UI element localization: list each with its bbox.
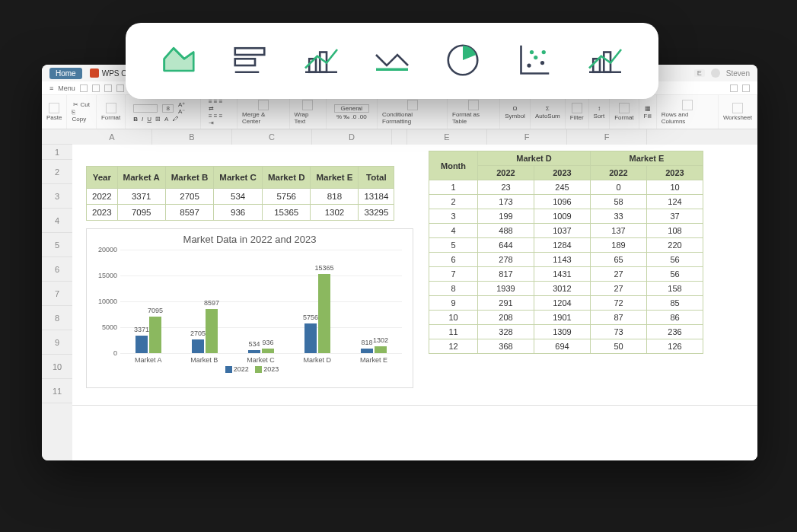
row-header[interactable]: 7 [42, 282, 72, 306]
table-header: Year [87, 167, 118, 189]
bar-group: 534936 [248, 349, 274, 353]
table-row[interactable]: 2173109658124 [429, 195, 703, 209]
row-header[interactable]: 2 [42, 160, 72, 184]
fmt-table-icon[interactable] [468, 100, 479, 110]
x-label: Market C [247, 356, 275, 364]
combo-chart-icon[interactable] [300, 39, 343, 83]
bar-group: 8181302 [361, 346, 387, 353]
new-icon[interactable] [80, 84, 88, 92]
tab-home[interactable]: Home [49, 68, 82, 79]
x-label: Market B [190, 356, 218, 364]
rows-cols-icon[interactable] [682, 100, 693, 110]
bar[interactable]: 818 [361, 349, 373, 353]
row-header[interactable]: 4 [42, 209, 72, 233]
row-header[interactable]: 10 [42, 355, 72, 379]
table-row[interactable]: 202233712705534575681813184 [87, 189, 394, 205]
table-header: 2022 [478, 166, 534, 180]
bar-chart[interactable]: Market Data in 2022 and 2023 05000100001… [86, 228, 413, 388]
svg-point-6 [534, 56, 537, 59]
table-row[interactable]: 781714312756 [429, 267, 703, 282]
combo-chart-2-icon[interactable] [584, 39, 626, 83]
table-row[interactable]: 11328130973236 [429, 325, 703, 339]
underline-button[interactable]: U [147, 116, 151, 123]
bar[interactable]: 7095 [149, 317, 161, 353]
tab-wps[interactable]: WPS O [90, 68, 127, 78]
col-header[interactable] [392, 129, 407, 145]
share-icon[interactable] [730, 84, 738, 92]
table-row[interactable]: 1020819018786 [429, 311, 703, 325]
table-row[interactable]: 56441284189220 [429, 238, 703, 253]
spreadsheet-window: Home WPS O E Steven ≡ Menu Paste ✂ Cut ⎘… [42, 65, 757, 460]
table-header: Market C [214, 167, 263, 189]
save-icon[interactable] [104, 84, 112, 92]
col-header[interactable]: F [487, 129, 567, 145]
italic-button[interactable]: I [142, 116, 143, 123]
merge-icon[interactable] [258, 100, 269, 110]
pie-chart-icon[interactable] [442, 39, 484, 83]
svg-point-7 [540, 61, 544, 65]
format2-icon[interactable] [619, 103, 630, 113]
table-header: 2022 [591, 166, 647, 180]
table-row[interactable]: 929112047285 [429, 296, 703, 311]
row-header[interactable]: 5 [42, 233, 72, 257]
row-header[interactable]: 3 [42, 184, 72, 209]
x-label: Market E [360, 356, 387, 364]
col-header[interactable]: D [312, 129, 392, 145]
bar[interactable]: 15365 [318, 274, 330, 353]
worksheet-label: Worksheet [723, 114, 752, 121]
bar[interactable]: 3371 [135, 336, 148, 353]
fmt-table-label: Format as Table [452, 111, 495, 125]
bold-button[interactable]: B [133, 116, 138, 123]
table-row[interactable]: 319910093337 [429, 209, 703, 224]
col-header[interactable]: A [72, 129, 152, 145]
symbol-label: Symbol [505, 113, 525, 119]
settings-icon[interactable] [742, 84, 750, 92]
table-row[interactable]: 44881037137108 [429, 224, 703, 238]
format-painter-icon[interactable] [106, 103, 116, 113]
bar[interactable]: 534 [248, 350, 260, 353]
row-header[interactable]: 9 [42, 330, 72, 355]
table-header: Total [359, 167, 394, 189]
copy-button[interactable]: ⎘ Copy [72, 109, 91, 123]
monthly-table[interactable]: Month Market D Market E 2022202320222023… [429, 151, 703, 354]
svg-point-5 [527, 63, 531, 67]
col-header[interactable]: C [232, 129, 312, 145]
yearly-table[interactable]: YearMarket AMarket BMarket CMarket DMark… [86, 166, 394, 221]
row-header[interactable]: 1 [42, 145, 72, 160]
cond-fmt-icon[interactable] [407, 100, 418, 110]
x-label: Market D [304, 356, 332, 364]
row-header[interactable]: 6 [42, 257, 72, 282]
bar[interactable]: 8597 [206, 309, 218, 353]
horizontal-bar-chart-icon[interactable] [228, 39, 271, 83]
bar[interactable]: 5756 [304, 323, 317, 353]
bar[interactable]: 936 [262, 349, 274, 353]
svg-point-9 [541, 50, 545, 54]
row-header[interactable]: 8 [42, 306, 72, 330]
align-group: ≡ ≡ ≡ ⇄ ≡ ≡ ≡ ⇥ [201, 95, 238, 129]
col-header[interactable]: B [152, 129, 232, 145]
avatar-icon[interactable] [711, 68, 720, 78]
bar[interactable]: 1302 [375, 346, 387, 353]
scatter-chart-icon[interactable] [513, 39, 556, 83]
filter-icon[interactable] [572, 103, 582, 113]
col-header[interactable]: E [407, 129, 487, 145]
table-row[interactable]: 20237095859793615365130233295 [87, 205, 394, 221]
paste-icon[interactable] [49, 103, 59, 113]
area-chart-icon[interactable] [158, 39, 200, 83]
bar[interactable]: 2705 [192, 339, 204, 353]
col-header[interactable]: F [567, 129, 647, 145]
table-row[interactable]: 81939301227158 [429, 282, 703, 296]
open-icon[interactable] [92, 84, 100, 92]
table-row[interactable]: 1236869450126 [429, 339, 703, 354]
menu-button[interactable]: Menu [58, 84, 75, 92]
table-row[interactable]: 627811436556 [429, 253, 703, 267]
table-row[interactable]: 123245010 [429, 180, 703, 195]
row-header[interactable]: 11 [42, 379, 72, 403]
bar-group: 33717095 [135, 317, 161, 353]
autosum-label: AutoSum [535, 113, 560, 119]
line-chart-icon[interactable] [371, 39, 413, 83]
wrap-icon[interactable] [302, 100, 313, 110]
cut-button[interactable]: ✂ Cut [73, 101, 90, 108]
worksheet-icon[interactable] [732, 103, 743, 113]
print-icon[interactable] [116, 84, 124, 92]
